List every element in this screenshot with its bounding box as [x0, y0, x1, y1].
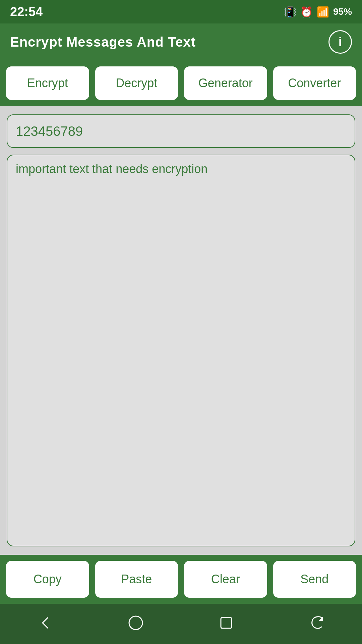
signal-icon: 📶	[317, 6, 329, 18]
paste-button[interactable]: Paste	[95, 561, 178, 598]
app-header: Encrypt Messages And Text i	[0, 23, 362, 60]
action-bar: Copy Paste Clear Send	[0, 555, 362, 604]
tab-generator[interactable]: Generator	[184, 66, 267, 100]
vibrate-icon: 📳	[284, 6, 296, 18]
status-time: 22:54	[10, 5, 43, 19]
info-button[interactable]: i	[328, 30, 352, 54]
back-icon	[37, 614, 54, 634]
recents-icon	[218, 614, 235, 634]
message-textarea[interactable]: important text that needs encryption	[7, 155, 355, 546]
battery-text: 95%	[333, 6, 352, 17]
rotate-icon	[308, 614, 325, 634]
key-input[interactable]	[7, 114, 355, 148]
svg-point-0	[129, 616, 142, 630]
tab-bar: Encrypt Decrypt Generator Converter	[0, 60, 362, 106]
send-button[interactable]: Send	[273, 561, 356, 598]
tab-decrypt[interactable]: Decrypt	[95, 66, 178, 100]
app-title: Encrypt Messages And Text	[10, 35, 196, 50]
svg-rect-1	[221, 618, 232, 628]
nav-back-button[interactable]	[28, 607, 62, 641]
copy-button[interactable]: Copy	[6, 561, 89, 598]
alarm-icon: ⏰	[300, 6, 313, 18]
home-icon	[127, 614, 144, 634]
main-content: important text that needs encryption	[0, 106, 362, 555]
nav-bar	[0, 604, 362, 644]
status-icons: 📳 ⏰ 📶 95%	[284, 6, 352, 18]
clear-button[interactable]: Clear	[184, 561, 267, 598]
tab-encrypt[interactable]: Encrypt	[6, 66, 89, 100]
status-bar: 22:54 📳 ⏰ 📶 95%	[0, 0, 362, 23]
nav-recents-button[interactable]	[209, 607, 243, 641]
tab-converter[interactable]: Converter	[273, 66, 356, 100]
nav-rotate-button[interactable]	[300, 607, 334, 641]
nav-home-button[interactable]	[119, 607, 153, 641]
